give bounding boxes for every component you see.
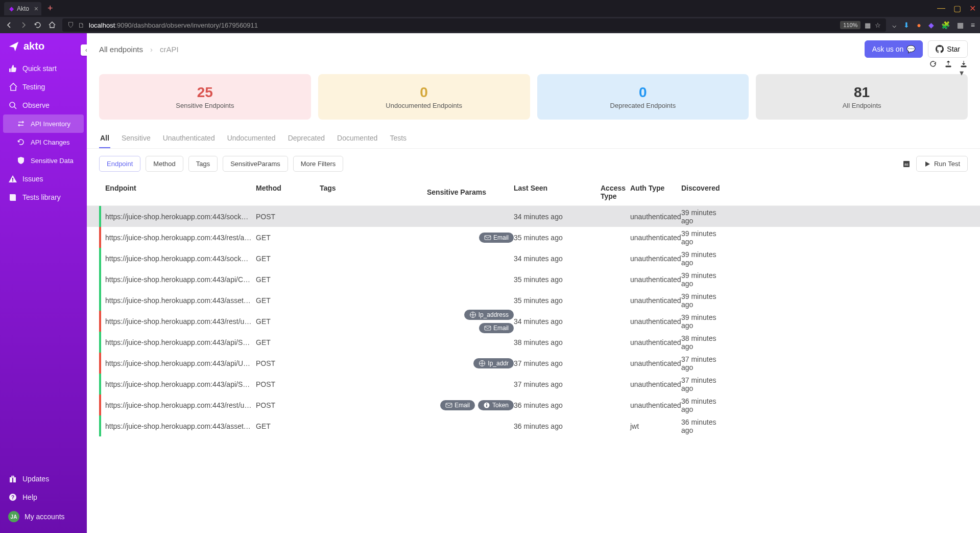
tab-undocumented[interactable]: Undocumented xyxy=(226,129,277,148)
cell-lastseen: 35 minutes ago xyxy=(514,234,601,242)
tab-all[interactable]: All xyxy=(99,129,110,148)
ext1-icon[interactable]: ● xyxy=(917,21,921,29)
table-row[interactable]: https://juice-shop.herokuapp.com:443/ass… xyxy=(87,415,980,436)
grid-icon[interactable]: ▦ xyxy=(865,21,871,29)
stat-card-deprecated-endpoints[interactable]: 0Deprecated Endpoints xyxy=(537,74,749,120)
ext4-icon[interactable]: ▦ xyxy=(957,21,964,29)
table-row[interactable]: https://juice-shop.herokuapp.com:443/soc… xyxy=(87,248,980,269)
sidebar-item-tests-library[interactable]: Tests library xyxy=(0,188,87,206)
svg-rect-16 xyxy=(486,405,487,407)
tab-tests[interactable]: Tests xyxy=(389,129,408,148)
download-icon[interactable]: ⬇ xyxy=(903,21,910,29)
table-row[interactable]: https://juice-shop.herokuapp.com:443/res… xyxy=(87,311,980,332)
url-bar[interactable]: ⛉ 🗋 localhost:9090/dashboard/observe/inv… xyxy=(62,18,886,32)
col-header-method[interactable]: Method xyxy=(256,184,320,200)
row-indicator xyxy=(99,248,101,269)
sensitive-chip-email[interactable]: Email xyxy=(479,233,514,243)
col-header-auth[interactable]: Auth Type xyxy=(630,184,681,200)
refresh-icon[interactable] xyxy=(929,60,937,78)
cell-endpoint: https://juice-shop.herokuapp.com:443/res… xyxy=(105,401,256,409)
sidebar-item-api-inventory[interactable]: API Inventory xyxy=(3,114,84,133)
sidebar-item-quick-start[interactable]: Quick start xyxy=(0,59,87,78)
filter-method[interactable]: Method xyxy=(146,156,183,172)
row-indicator xyxy=(99,353,101,374)
sidebar-item-observe[interactable]: Observe xyxy=(0,96,87,114)
sidebar-item-sensitive-data[interactable]: Sensitive Data xyxy=(0,151,87,170)
sidebar-item-issues[interactable]: Issues xyxy=(0,170,87,188)
mail-icon xyxy=(484,234,491,241)
new-tab-button[interactable]: + xyxy=(47,3,53,14)
tab-unauthenticated[interactable]: Unauthenticated xyxy=(162,129,216,148)
cell-auth: unauthenticated xyxy=(630,317,681,326)
ext3-icon[interactable]: 🧩 xyxy=(941,21,950,29)
stat-card-all-endpoints[interactable]: 81All Endpoints xyxy=(756,74,968,120)
ask-label: Ask us on xyxy=(872,45,903,53)
filter-endpoint[interactable]: Endpoint xyxy=(99,156,140,172)
table-row[interactable]: https://juice-shop.herokuapp.com:443/api… xyxy=(87,374,980,395)
table-row[interactable]: https://juice-shop.herokuapp.com:443/soc… xyxy=(87,206,980,227)
table-row[interactable]: https://juice-shop.herokuapp.com:443/api… xyxy=(87,332,980,353)
cell-lastseen: 34 minutes ago xyxy=(514,213,601,221)
maximize-icon[interactable]: ▢ xyxy=(953,4,961,13)
table-row[interactable]: https://juice-shop.herokuapp.com:443/api… xyxy=(87,353,980,374)
sensitive-chip-ip_addr[interactable]: Ip_addr xyxy=(473,358,514,368)
col-header-tags[interactable]: Tags xyxy=(320,184,427,200)
tab-documented[interactable]: Documented xyxy=(336,129,378,148)
filter-tags[interactable]: Tags xyxy=(188,156,218,172)
stat-card-undocumented-endpoints[interactable]: 0Undocumented Endpoints xyxy=(318,74,530,120)
cell-auth: unauthenticated xyxy=(630,213,681,221)
tab-deprecated[interactable]: Deprecated xyxy=(287,129,326,148)
table-row[interactable]: https://juice-shop.herokuapp.com:443/res… xyxy=(87,395,980,415)
breadcrumb-root[interactable]: All endpoints xyxy=(99,45,143,54)
table-row[interactable]: https://juice-shop.herokuapp.com:443/ass… xyxy=(87,290,980,311)
cell-disc: 39 minutes ago xyxy=(681,313,726,330)
run-test-button[interactable]: Run Test xyxy=(916,156,968,172)
minimize-icon[interactable]: — xyxy=(937,4,945,13)
ext2-icon[interactable]: ◆ xyxy=(928,21,934,29)
sidebar-item-help[interactable]: ?Help xyxy=(0,488,87,506)
svg-rect-14 xyxy=(446,403,452,407)
forward-icon[interactable] xyxy=(19,21,28,29)
stat-card-sensitive-endpoints[interactable]: 25Sensitive Endpoints xyxy=(99,74,311,120)
brand-logo[interactable]: akto xyxy=(0,33,87,59)
sensitive-chip-email[interactable]: Email xyxy=(479,323,514,333)
sidebar-item-label: API Inventory xyxy=(31,120,70,128)
table-row[interactable]: https://juice-shop.herokuapp.com:443/api… xyxy=(87,269,980,290)
sidebar-item-updates[interactable]: Updates xyxy=(0,470,87,488)
sidebar-item-api-changes[interactable]: API Changes xyxy=(0,133,87,151)
cell-auth: unauthenticated xyxy=(630,338,681,346)
cell-lastseen: 36 minutes ago xyxy=(514,401,601,409)
hamburger-icon[interactable]: ≡ xyxy=(971,21,975,29)
col-header-lastseen[interactable]: Last Seen xyxy=(514,184,601,200)
col-header-access[interactable]: Access Type xyxy=(601,184,630,200)
col-header-disc[interactable]: Discovered xyxy=(681,184,726,200)
github-star-button[interactable]: Star xyxy=(928,40,968,58)
sensitive-chip-token[interactable]: Token xyxy=(478,400,514,410)
sidebar-item-my-accounts[interactable]: JAMy accounts xyxy=(0,506,87,527)
browser-tab[interactable]: ◆ Akto × xyxy=(4,2,41,15)
upload-icon[interactable] xyxy=(944,60,952,78)
filter-more-filters[interactable]: More Filters xyxy=(293,156,344,172)
cell-disc: 36 minutes ago xyxy=(681,397,726,413)
sidebar-item-testing[interactable]: Testing xyxy=(0,78,87,96)
export-icon[interactable]: as xyxy=(902,159,911,169)
ask-discord-button[interactable]: Ask us on 💬 xyxy=(865,40,923,58)
close-tab-icon[interactable]: × xyxy=(34,5,38,13)
cell-disc: 37 minutes ago xyxy=(681,376,726,392)
sensitive-chip-ip_address[interactable]: Ip_address xyxy=(464,310,514,320)
reload-icon[interactable] xyxy=(34,21,42,29)
close-window-icon[interactable]: ✕ xyxy=(969,4,976,13)
tab-sensitive[interactable]: Sensitive xyxy=(121,129,152,148)
filter-sensitiveparams[interactable]: SensitiveParams xyxy=(223,156,288,172)
pocket-icon[interactable]: ⌵ xyxy=(892,21,896,29)
col-header-sensitive[interactable]: Sensitive Params xyxy=(427,184,514,200)
zoom-badge[interactable]: 110% xyxy=(840,21,861,29)
col-header-endpoint[interactable]: Endpoint xyxy=(105,184,256,200)
back-icon[interactable] xyxy=(5,21,13,29)
sensitive-chip-email[interactable]: Email xyxy=(440,400,475,410)
star-label: Star xyxy=(947,45,960,53)
table-row[interactable]: https://juice-shop.herokuapp.com:443/res… xyxy=(87,227,980,248)
download-menu-icon[interactable]: ▾ xyxy=(960,60,968,78)
bookmark-star-icon[interactable]: ☆ xyxy=(875,21,881,29)
home-icon[interactable] xyxy=(48,21,56,29)
